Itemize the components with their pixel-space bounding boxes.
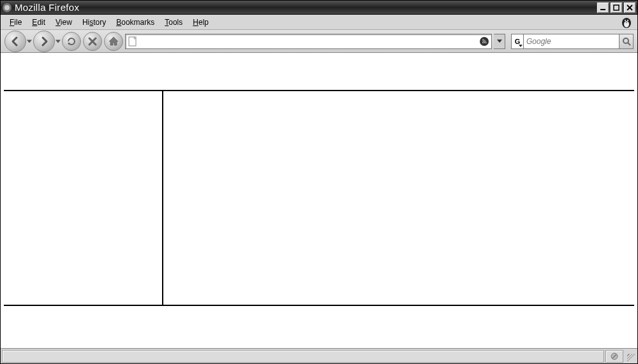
menu-help[interactable]: Help (188, 17, 214, 28)
menu-bookmarks[interactable]: Bookmarks (111, 17, 160, 28)
minimize-button[interactable] (597, 2, 609, 13)
chevron-down-icon (519, 45, 523, 47)
address-input[interactable] (140, 37, 477, 46)
svg-rect-2 (600, 9, 605, 10)
forward-button[interactable] (33, 31, 55, 52)
svg-point-9 (627, 20, 628, 21)
penguin-icon (619, 15, 634, 29)
search-input[interactable] (526, 37, 616, 46)
window-title: Mozilla Firefox (15, 2, 597, 13)
search-box[interactable] (524, 34, 619, 49)
menu-edit[interactable]: Edit (27, 17, 50, 28)
home-button[interactable] (104, 32, 123, 51)
menu-view[interactable]: View (50, 17, 77, 28)
search-engine-selector[interactable]: G (511, 34, 524, 49)
menu-history[interactable]: History (77, 17, 111, 28)
back-button[interactable] (4, 31, 26, 52)
status-text (2, 350, 604, 363)
address-dropdown-button[interactable] (494, 34, 505, 49)
statusbar (1, 348, 637, 363)
status-indicator (605, 350, 623, 363)
menu-file[interactable]: File (4, 17, 27, 28)
svg-rect-3 (614, 5, 619, 10)
reload-button[interactable] (62, 32, 81, 51)
browser-content (1, 53, 637, 348)
svg-point-18 (623, 38, 628, 43)
maximize-button[interactable] (610, 2, 623, 13)
page-icon (128, 36, 137, 47)
page-frameset (4, 90, 634, 306)
navigation-toolbar: G (1, 30, 637, 53)
forward-dropdown-icon[interactable] (56, 40, 61, 43)
svg-marker-14 (109, 37, 118, 45)
menubar: File Edit View History Bookmarks Tools H… (1, 15, 637, 30)
search-go-button[interactable] (619, 34, 634, 49)
resize-grip[interactable] (625, 350, 636, 363)
feed-icon[interactable] (480, 37, 489, 46)
close-button[interactable] (623, 2, 636, 13)
svg-line-19 (628, 43, 630, 45)
address-bar[interactable] (125, 34, 492, 49)
menu-tools[interactable]: Tools (160, 17, 188, 28)
firefox-app-icon (2, 3, 12, 13)
chevron-down-icon (497, 40, 502, 43)
left-frame[interactable] (4, 91, 163, 305)
back-dropdown-icon[interactable] (27, 40, 32, 43)
titlebar[interactable]: Mozilla Firefox (1, 1, 637, 15)
svg-point-17 (482, 42, 484, 43)
stop-button[interactable] (83, 32, 102, 51)
svg-point-8 (625, 20, 626, 21)
svg-point-1 (4, 5, 10, 10)
right-frame[interactable] (163, 91, 634, 305)
app-window: Mozilla Firefox File Edit View History B… (0, 0, 638, 364)
window-controls (597, 2, 636, 13)
search-bar: G (511, 34, 634, 49)
menubar-items: File Edit View History Bookmarks Tools H… (4, 17, 214, 28)
